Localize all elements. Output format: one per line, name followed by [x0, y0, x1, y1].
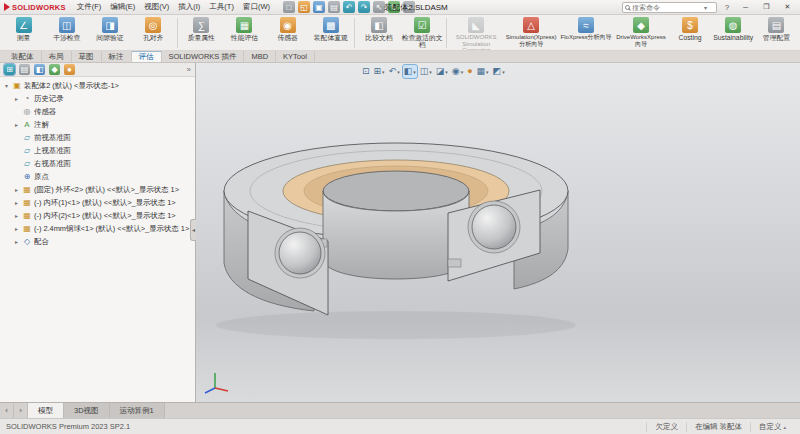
tab-sketch[interactable]: 草图	[72, 51, 102, 62]
tree-item-front-plane[interactable]: ▱ 前视基准面	[0, 131, 195, 144]
propertymanager-tab[interactable]: ▤	[19, 64, 30, 75]
steel-ball-right[interactable]	[472, 205, 516, 249]
displaymanager-tab[interactable]: ●	[64, 64, 75, 75]
expand-icon[interactable]: ▸	[13, 95, 20, 102]
tree-item-sensors[interactable]: ◎ 传感器	[0, 105, 195, 118]
display-style-button[interactable]: ◪ ▾	[435, 65, 449, 78]
feature-tree: ▾ ▣ 装配体2 (默认) <显示状态-1> ▸ ◔ 历史记录 ◎ 传感器 ▸ …	[0, 77, 195, 248]
featuremanager-tree-tab[interactable]: ⊞	[4, 64, 15, 75]
snap-ring-groove-right[interactable]	[448, 259, 461, 267]
tab-evaluate[interactable]: 评估	[132, 51, 162, 62]
tree-item-assembly-root[interactable]: ▾ ▣ 装配体2 (默认) <显示状态-1>	[0, 79, 195, 92]
expand-icon[interactable]: ▸	[13, 199, 20, 206]
hole-alignment-button[interactable]: ◎ 孔对齐	[132, 16, 175, 50]
tree-item-top-plane[interactable]: ▱ 上视基准面	[0, 144, 195, 157]
sensor-button[interactable]: ◉ 传感器	[266, 16, 309, 50]
tree-item-annotations[interactable]: ▸ A 注解	[0, 118, 195, 131]
manage-configurations-button[interactable]: ▤ 管理配置	[755, 16, 798, 50]
menu-file[interactable]: 文件(F)	[73, 1, 106, 13]
menu-window[interactable]: 窗口(W)	[239, 1, 274, 13]
units-selector[interactable]: 自定义 ▴	[750, 422, 794, 432]
measure-icon: ∠	[16, 17, 32, 33]
menu-view[interactable]: 视图(V)	[140, 1, 173, 13]
assembly-visualization-button[interactable]: ▩ 装配体直观	[309, 16, 352, 50]
simulation-connector-icon: ◣	[468, 17, 484, 33]
menu-tools[interactable]: 工具(T)	[205, 1, 238, 13]
menu-edit[interactable]: 编辑(E)	[106, 1, 139, 13]
expand-icon[interactable]: ▸	[13, 121, 20, 128]
select-icon[interactable]: ↖	[373, 1, 385, 13]
search-input[interactable]	[632, 4, 702, 11]
motion-study-tab[interactable]: 运动算例1	[110, 403, 165, 418]
expand-icon[interactable]: ▸	[13, 186, 20, 193]
edit-appearance-icon: ●	[467, 66, 472, 77]
tree-item-history[interactable]: ▸ ◔ 历史记录	[0, 92, 195, 105]
command-search-box[interactable]: ▾	[622, 2, 717, 13]
costing-button[interactable]: $ Costing	[668, 16, 711, 50]
new-document-icon[interactable]: □	[283, 1, 295, 13]
dimxpertmanager-tab[interactable]: ◆	[49, 64, 60, 75]
3d-views-tab[interactable]: 3D视图	[64, 403, 110, 418]
view-orientation-button[interactable]: ◫ ▾	[419, 65, 433, 78]
previous-view-button[interactable]: ↶ ▾	[388, 65, 401, 78]
driveworksxpress-wizard-button[interactable]: ◆ DriveWorksXpress向导	[614, 16, 669, 50]
edit-appearance-button[interactable]: ●	[466, 65, 473, 78]
tree-item-outer-ring[interactable]: ▸ ▦ (固定) 外环<2> (默认) <<默认>_显示状态 1>	[0, 183, 195, 196]
save-icon[interactable]: ▣	[313, 1, 325, 13]
app-version-label: SOLIDWORKS Premium 2023 SP2.1	[6, 422, 130, 431]
sustainability-icon: ◍	[725, 17, 741, 33]
close-button[interactable]: ✕	[779, 1, 796, 14]
tab-solidworks-addins[interactable]: SOLIDWORKS 插件	[162, 51, 245, 62]
interference-detection-button[interactable]: ◫ 干涉检查	[45, 16, 88, 50]
minimize-button[interactable]: ─	[737, 1, 754, 14]
expand-icon[interactable]: ▾	[3, 82, 10, 89]
zoom-fit-button[interactable]: ⊡	[361, 65, 371, 78]
simulationxpress-wizard-button[interactable]: △ Simulation(Xpress)分析向导	[504, 16, 559, 50]
menu-insert[interactable]: 插入(I)	[174, 1, 204, 13]
tree-item-mates[interactable]: ▸ ◇ 配合	[0, 235, 195, 248]
tree-item-origin[interactable]: ⊕ 原点	[0, 170, 195, 183]
maximize-button[interactable]: ❐	[758, 1, 775, 14]
tab-markup[interactable]: 标注	[102, 51, 132, 62]
tab-mbd[interactable]: MBD	[244, 51, 276, 62]
tab-assembly[interactable]: 装配体	[4, 51, 42, 62]
measure-button[interactable]: ∠ 测量	[2, 16, 45, 50]
help-button[interactable]: ?	[721, 3, 733, 12]
expand-icon[interactable]: ▸	[13, 212, 20, 219]
bearing-model[interactable]	[196, 63, 799, 402]
sustainability-button[interactable]: ◍ Sustainability	[712, 16, 755, 50]
configurationmanager-tab[interactable]: ◧	[34, 64, 45, 75]
tree-item-right-plane[interactable]: ▱ 右视基准面	[0, 157, 195, 170]
tree-item-inner-ring-2[interactable]: ▸ ▦ (-) 内环(2)<1> (默认) <<默认>_显示状态 1>	[0, 209, 195, 222]
section-view-button[interactable]: ◧ ▾	[403, 65, 417, 78]
panel-tab-overflow-icon[interactable]: »	[187, 65, 191, 74]
view-settings-button[interactable]: ◩ ▾	[492, 65, 506, 78]
hide-show-items-button[interactable]: ◉ ▾	[451, 65, 464, 78]
steel-ball-left[interactable]	[279, 232, 321, 274]
tree-item-steel-ball[interactable]: ▸ ▦ (-) 2.4mm钢球<1> (默认) <<默认>_显示状态 1>	[0, 222, 195, 235]
graphics-viewport[interactable]: ⊡ ⊞ ▾ ↶ ▾ ◧ ▾ ◫ ▾ ◪ ▾ ◉	[196, 63, 800, 402]
compare-documents-button[interactable]: ◧ 比较文档	[357, 16, 400, 50]
tab-scroll-left-icon[interactable]: ‹	[0, 403, 14, 418]
search-dropdown-icon[interactable]: ▾	[704, 4, 707, 11]
model-tab[interactable]: 模型	[28, 403, 64, 418]
undo-icon[interactable]: ↶	[343, 1, 355, 13]
redo-icon[interactable]: ↷	[358, 1, 370, 13]
performance-evaluation-button[interactable]: ▦ 性能评估	[223, 16, 266, 50]
plane-icon: ▱	[22, 146, 32, 155]
apply-scene-button[interactable]: ▦ ▾	[476, 65, 490, 78]
mass-properties-button[interactable]: ∑ 质量属性	[180, 16, 223, 50]
expand-icon[interactable]: ▸	[13, 225, 20, 232]
expand-icon[interactable]: ▸	[13, 238, 20, 245]
zoom-area-button[interactable]: ⊞ ▾	[373, 65, 386, 78]
tree-item-inner-ring-1[interactable]: ▸ ▦ (-) 内环(1)<1> (默认) <<默认>_显示状态 1>	[0, 196, 195, 209]
tab-layout[interactable]: 布局	[42, 51, 72, 62]
print-icon[interactable]: ▤	[328, 1, 340, 13]
clearance-verification-button[interactable]: ◨ 间隙验证	[88, 16, 131, 50]
open-icon[interactable]: ◱	[298, 1, 310, 13]
tab-kytool[interactable]: KYTool	[276, 51, 315, 62]
check-active-document-button[interactable]: ☑ 检查激活的文档	[401, 16, 444, 50]
tab-scroll-right-icon[interactable]: ›	[14, 403, 28, 418]
center-bore-hole[interactable]	[323, 171, 469, 211]
floxpress-wizard-button[interactable]: ≈ FloXpress分析向导	[559, 16, 614, 50]
